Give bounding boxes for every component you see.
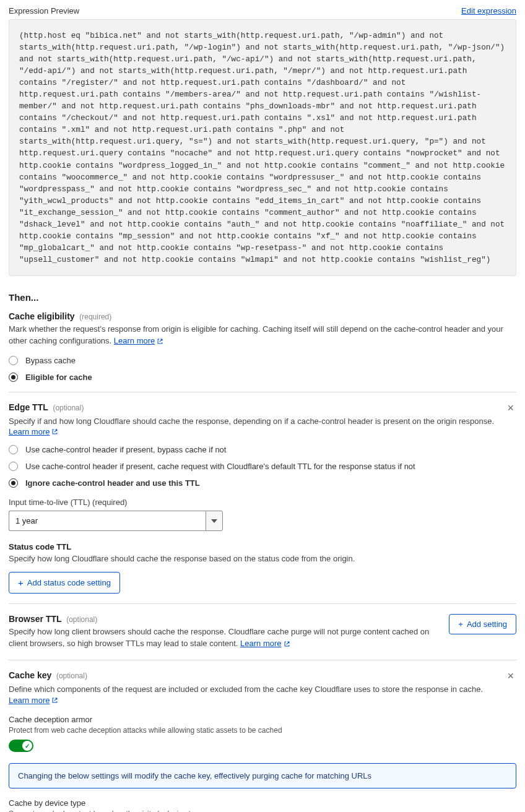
cache-key-title: Cache key [9, 670, 51, 680]
radio-icon [9, 373, 18, 382]
radio-eligible-cache[interactable]: Eligible for cache [9, 373, 516, 382]
cache-deception-armor-desc: Protect from web cache deception attacks… [9, 726, 516, 735]
ttl-select[interactable]: 1 year [9, 511, 223, 531]
radio-icon [9, 445, 18, 454]
cache-key-notice: Changing the below settings will modify … [9, 763, 516, 788]
radio-edge-opt2[interactable]: Use cache-control header if present, cac… [9, 462, 516, 471]
optional-badge: (optional) [53, 404, 84, 412]
cache-deception-toggle[interactable]: ✓ [9, 740, 33, 752]
edge-ttl-title: Edge TTL [9, 402, 48, 412]
cache-eligibility-title: Cache eligibility [9, 311, 75, 321]
radio-edge-opt3[interactable]: Ignore cache-control header and use this… [9, 478, 516, 488]
cache-key-desc: Define which components of the request a… [9, 684, 516, 696]
optional-badge: (optional) [56, 672, 87, 680]
learn-more-link[interactable]: Learn more [114, 335, 163, 347]
expression-preview-label: Expression Preview [9, 6, 79, 15]
expression-code: (http.host eq "bibica.net" and not start… [9, 19, 516, 276]
external-link-icon [51, 697, 58, 704]
optional-badge: (optional) [66, 615, 97, 624]
external-link-icon [284, 641, 290, 647]
status-code-ttl-title: Status code TTL [9, 542, 516, 551]
check-icon: ✓ [25, 743, 30, 749]
edit-expression-link[interactable]: Edit expression [461, 6, 516, 15]
browser-ttl-title: Browser TTL [9, 614, 62, 624]
radio-icon [9, 462, 18, 471]
add-status-code-button[interactable]: + Add status code setting [9, 572, 120, 594]
close-icon[interactable]: × [505, 670, 516, 681]
external-link-icon [157, 338, 163, 345]
cache-deception-armor-title: Cache deception armor [9, 715, 516, 724]
learn-more-link[interactable]: Learn more [9, 696, 58, 705]
required-badge: (required) [79, 313, 111, 321]
radio-icon [9, 478, 18, 488]
ttl-input-label: Input time-to-live (TTL) (required) [9, 498, 516, 507]
radio-icon [9, 356, 18, 365]
learn-more-link[interactable]: Learn more [9, 427, 58, 436]
radio-bypass-cache[interactable]: Bypass cache [9, 356, 516, 365]
status-code-ttl-desc: Specify how long Cloudflare should cache… [9, 554, 516, 563]
cache-by-device-desc: Separate cached content based on the vis… [9, 810, 516, 812]
cache-by-device-title: Cache by device type [9, 798, 516, 808]
browser-ttl-desc: Specify how long client browsers should … [9, 626, 439, 650]
cache-eligibility-desc: Mark whether the request's response from… [9, 324, 516, 347]
radio-edge-opt1[interactable]: Use cache-control header if present, byp… [9, 445, 516, 454]
add-setting-button[interactable]: + Add setting [449, 614, 516, 634]
plus-icon: + [458, 620, 463, 629]
chevron-down-icon[interactable] [206, 511, 223, 531]
close-icon[interactable]: × [505, 402, 516, 413]
learn-more-link[interactable]: Learn more [240, 638, 290, 650]
then-header: Then... [9, 292, 516, 303]
ttl-select-value: 1 year [9, 511, 206, 531]
external-link-icon [51, 428, 58, 435]
plus-icon: + [18, 578, 24, 587]
edge-ttl-desc: Specify if and how long Cloudflare shoul… [9, 416, 516, 428]
